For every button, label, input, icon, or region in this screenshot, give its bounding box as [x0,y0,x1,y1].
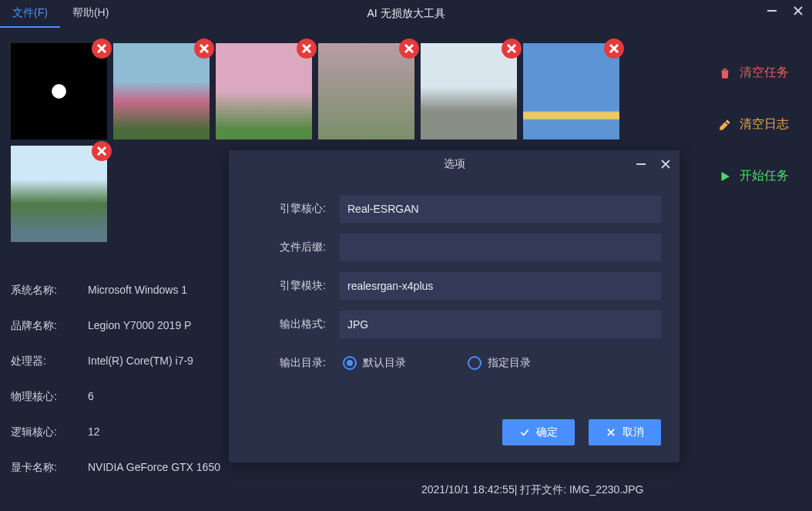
minimize-icon [767,5,777,16]
field-label: 输出格式: [247,318,340,331]
cancel-button[interactable]: 取消 [589,419,661,445]
menu-help[interactable]: 帮助(H) [60,0,121,28]
sysinfo-label: 处理器: [11,355,88,368]
log-line: 2021/10/1 18:42:55| 打开文件: IMG_2230.JPG [421,483,643,497]
sysinfo-label: 逻辑核心: [11,425,88,439]
thumbnail[interactable] [11,146,107,242]
close-icon [606,427,616,438]
window-controls [766,5,804,17]
sysinfo-label: 品牌名称: [11,319,88,333]
close-icon [96,43,107,54]
button-label: 确定 [536,425,558,439]
dialog-body: 引擎核心: 文件后缀: 引擎模块: 输出格式: 输出目录: 默认目录 [229,178,679,419]
radio-label: 指定目录 [488,356,531,370]
check-icon [519,427,530,438]
ok-button[interactable]: 确定 [502,419,575,445]
remove-thumb-button[interactable] [399,39,419,59]
close-button[interactable] [792,5,804,17]
sysinfo-label: 显卡名称: [11,461,88,475]
thumbnail[interactable] [421,43,517,140]
dialog-footer: 确定 取消 [229,419,679,462]
dialog-minimize-button[interactable] [635,158,647,170]
output-format-input[interactable] [340,311,661,338]
remove-thumb-button[interactable] [92,141,112,161]
start-button[interactable]: 开始任务 [718,168,789,184]
titlebar: 文件(F) 帮助(H) AI 无损放大工具 [0,0,812,28]
play-icon [718,170,732,183]
engine-module-row: 引擎模块: [247,271,661,301]
menubar: 文件(F) 帮助(H) [0,0,121,28]
output-dir-radio-group: 默认目录 指定目录 [340,356,531,370]
field-label: 文件后缀: [247,240,340,254]
close-icon [506,43,517,54]
button-label: 清空任务 [740,65,789,81]
close-icon [609,43,619,54]
field-label: 引擎核心: [247,202,340,216]
clear-tasks-button[interactable]: 清空任务 [718,65,789,81]
clear-log-button[interactable]: 清空日志 [718,116,789,133]
options-dialog: 选项 引擎核心: 文件后缀: 引擎模块: 输出格式: 输出目录: [229,150,679,462]
field-label: 引擎模块: [247,279,340,293]
radio-label: 默认目录 [363,356,406,370]
thumbnail[interactable] [11,43,107,140]
output-dir-row: 输出目录: 默认目录 指定目录 [247,348,661,378]
outdir-default-radio[interactable]: 默认目录 [343,356,406,370]
close-icon [793,5,804,16]
remove-thumb-button[interactable] [297,39,317,59]
eraser-icon [718,118,732,132]
button-label: 清空日志 [740,116,789,133]
engine-core-input[interactable] [340,195,661,223]
dialog-titlebar: 选项 [229,150,679,178]
action-sidebar: 清空任务 清空日志 开始任务 [695,28,812,511]
close-icon [199,43,210,54]
thumbnail[interactable] [113,43,210,140]
engine-module-input[interactable] [340,272,661,300]
sysinfo-label: 物理核心: [11,390,88,404]
button-label: 取消 [622,425,644,439]
minimize-button[interactable] [766,5,778,17]
sysinfo-value: NVIDIA GeForce GTX 1650 [88,461,684,475]
sysinfo-label: 系统名称: [11,284,88,298]
close-icon [660,159,671,170]
button-label: 开始任务 [740,168,789,184]
thumbnail[interactable] [523,43,619,140]
close-icon [301,43,312,54]
thumbnail[interactable] [318,43,414,140]
engine-core-row: 引擎核心: [247,193,661,224]
remove-thumb-button[interactable] [92,39,112,59]
radio-icon [343,356,357,370]
file-suffix-row: 文件后缀: [247,232,661,263]
dialog-close-button[interactable] [659,158,672,170]
outdir-custom-radio[interactable]: 指定目录 [468,356,531,370]
thumbnail[interactable] [216,43,312,140]
minimize-icon [636,159,646,170]
dialog-controls [635,158,672,170]
close-icon [404,43,414,54]
close-icon [96,146,107,156]
remove-thumb-button[interactable] [604,39,624,59]
app-title: AI 无损放大工具 [367,7,445,21]
radio-icon [468,356,481,370]
dialog-title: 选项 [444,157,465,171]
remove-thumb-button[interactable] [194,39,214,59]
field-label: 输出目录: [247,356,340,370]
file-suffix-input[interactable] [340,234,661,261]
menu-file[interactable]: 文件(F) [0,0,60,28]
trash-icon [718,66,732,80]
output-format-row: 输出格式: [247,309,661,340]
remove-thumb-button[interactable] [502,39,522,59]
